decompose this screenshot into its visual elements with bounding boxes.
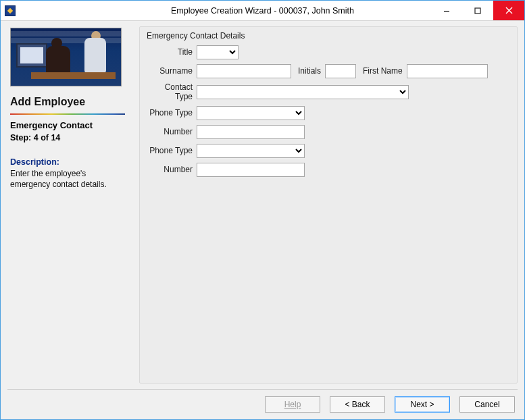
label-phone-type-2: Phone Type <box>147 146 197 155</box>
label-title: Title <box>147 47 197 57</box>
label-phone-type-1: Phone Type <box>147 108 197 117</box>
wizard-sidebar: Add Employee Emergency Contact Step: 4 o… <box>7 26 132 384</box>
titlebar: Employee Creation Wizard - 000037, John … <box>1 1 524 21</box>
contact-type-select[interactable] <box>197 85 409 99</box>
wizard-image <box>10 28 122 86</box>
next-button[interactable]: Next > <box>395 396 450 413</box>
phone-type-1-select[interactable] <box>197 106 305 120</box>
first-name-input[interactable] <box>407 64 488 78</box>
wizard-footer: Help < Back Next > Cancel <box>7 396 518 413</box>
heading-divider <box>10 113 125 115</box>
app-icon <box>5 5 16 16</box>
group-title: Emergency Contact Details <box>147 31 510 41</box>
row-phone-type-1: Phone Type <box>147 105 510 120</box>
phone-type-2-select[interactable] <box>197 144 305 158</box>
step-count: Step: 4 of 14 <box>10 133 130 142</box>
upper-area: Add Employee Emergency Contact Step: 4 o… <box>7 26 518 384</box>
number-2-input[interactable] <box>197 163 305 177</box>
row-number-1: Number <box>147 124 510 139</box>
description-label: Description: <box>10 157 130 167</box>
label-contact-type: Contact Type <box>147 82 197 101</box>
number-1-input[interactable] <box>197 125 305 139</box>
row-number-2: Number <box>147 162 510 177</box>
form-panel: Emergency Contact Details Title Surname … <box>139 26 518 384</box>
maximize-icon <box>474 7 481 14</box>
window-controls <box>431 1 524 20</box>
close-button[interactable] <box>493 1 524 20</box>
label-number-2: Number <box>147 165 197 174</box>
label-number-1: Number <box>147 127 197 136</box>
description-text: Enter the employee's emergency contact d… <box>10 168 125 190</box>
help-button[interactable]: Help <box>265 396 320 413</box>
initials-input[interactable] <box>325 64 356 78</box>
label-initials: Initials <box>291 66 325 76</box>
cancel-button[interactable]: Cancel <box>459 396 515 413</box>
row-title: Title <box>147 45 510 59</box>
wizard-window: Employee Creation Wizard - 000037, John … <box>0 0 525 420</box>
label-first-name: First Name <box>356 66 407 76</box>
row-name: Surname Initials First Name <box>147 63 510 78</box>
label-surname: Surname <box>147 66 197 76</box>
maximize-button[interactable] <box>462 1 493 20</box>
step-name: Emergency Contact <box>10 120 130 130</box>
svg-rect-1 <box>475 8 480 14</box>
title-select[interactable] <box>197 45 239 59</box>
wizard-heading: Add Employee <box>10 96 130 108</box>
svg-rect-0 <box>444 11 449 12</box>
close-icon <box>505 7 513 14</box>
minimize-button[interactable] <box>431 1 462 20</box>
minimize-icon <box>443 7 450 14</box>
footer-divider <box>7 389 518 390</box>
surname-input[interactable] <box>197 64 291 78</box>
client-area: Add Employee Emergency Contact Step: 4 o… <box>1 21 524 419</box>
row-contact-type: Contact Type <box>147 82 510 101</box>
back-button[interactable]: < Back <box>330 396 385 413</box>
row-phone-type-2: Phone Type <box>147 143 510 158</box>
